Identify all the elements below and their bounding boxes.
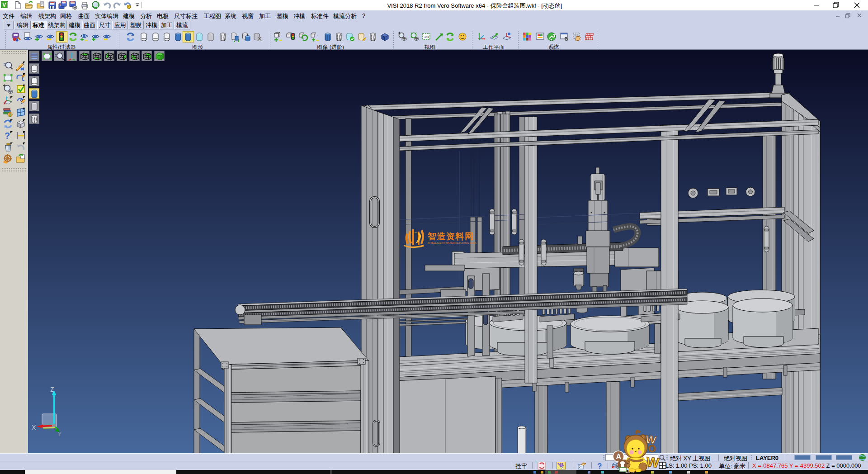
svg-text:?: ?: [598, 462, 603, 469]
svg-text:W: W: [646, 454, 660, 470]
svg-text:INTELLIGENT MANUFACTURING DATA: INTELLIGENT MANUFACTURING DATA: [428, 242, 476, 244]
svg-text:Y: Y: [58, 431, 61, 437]
svg-text:智造资料网: 智造资料网: [427, 232, 474, 241]
svg-text:V: V: [2, 2, 6, 8]
svg-text:?: ?: [5, 131, 10, 141]
svg-text:A: A: [616, 453, 622, 460]
svg-text:1:1: 1:1: [424, 35, 429, 39]
svg-text:X: X: [32, 424, 36, 431]
svg-text:O: O: [648, 443, 657, 455]
